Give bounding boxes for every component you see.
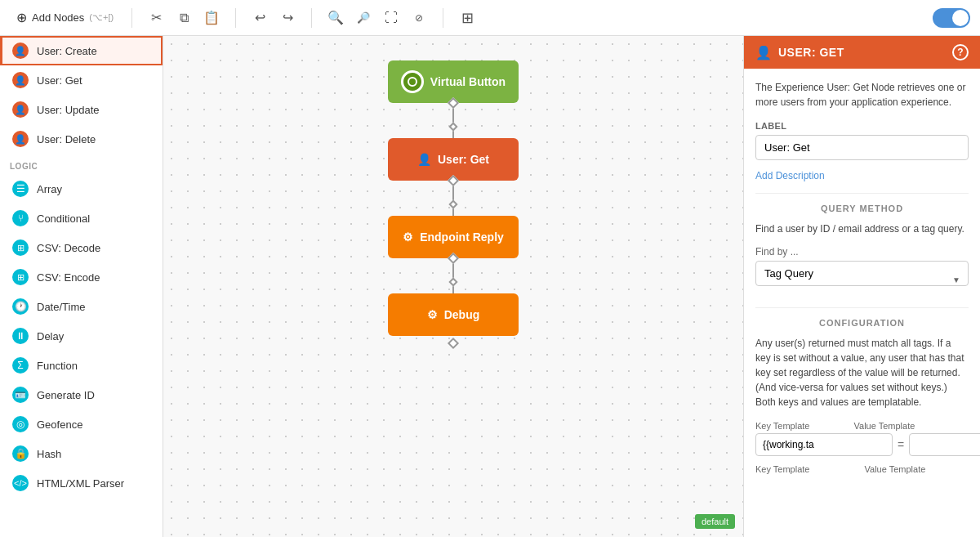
label-field-input[interactable] — [755, 135, 969, 160]
key-template-label-1: Key Template — [755, 421, 849, 431]
help-icon[interactable]: ? — [952, 44, 969, 60]
value-template-label-2: Value Template — [865, 464, 969, 474]
kv-labels-2: Key Template Value Template — [755, 464, 969, 474]
sidebar-item-label-csv-decode: CSV: Decode — [37, 242, 100, 254]
endpoint-reply-label: Endpoint Reply — [420, 230, 504, 244]
sidebar-item-csv-decode[interactable]: ⊞ CSV: Decode — [0, 233, 163, 262]
debug-node-label: Debug — [444, 308, 480, 321]
sidebar-item-hash[interactable]: 🔒 Hash — [0, 439, 163, 468]
line-2 — [452, 185, 454, 201]
sidebar-item-label-delay: Delay — [37, 330, 64, 342]
sidebar-item-label-user-update: User: Update — [37, 104, 100, 116]
logic-category-label: LOGIC — [0, 154, 163, 174]
user-delete-icon: 👤 — [12, 131, 29, 147]
flow-container: Virtual Button 👤 User: Get — [388, 60, 519, 347]
sidebar-item-label-conditional: Conditional — [37, 213, 90, 225]
debug-icon: ⚙ — [427, 308, 438, 321]
undo-button[interactable]: ↩ — [247, 6, 272, 30]
virtual-button-label: Virtual Button — [430, 75, 506, 88]
canvas[interactable]: Virtual Button 👤 User: Get — [163, 36, 743, 537]
function-icon: Σ — [12, 357, 29, 374]
sidebar-item-user-update[interactable]: 👤 User: Update — [0, 95, 163, 124]
paste-button[interactable]: 📋 — [199, 6, 224, 30]
connector-1 — [449, 103, 457, 138]
toolbar-divider-1 — [131, 8, 132, 28]
value-template-input-1[interactable] — [909, 433, 980, 456]
add-block-button[interactable]: ⊞ — [455, 6, 479, 30]
zoom-tools: 🔍 🔎 ⛶ ⊘ — [323, 6, 431, 30]
sidebar-item-csv-encode[interactable]: ⊞ CSV: Encode — [0, 262, 163, 292]
sidebar-item-array[interactable]: ☰ Array — [0, 174, 163, 204]
value-template-label-1: Value Template — [854, 421, 948, 431]
debug-node[interactable]: ⚙ Debug — [388, 293, 519, 336]
square-1 — [448, 122, 457, 131]
add-description-link[interactable]: Add Description — [755, 170, 969, 181]
connector-4 — [449, 336, 457, 347]
cut-button[interactable]: ✂ — [144, 6, 168, 30]
sidebar-item-function[interactable]: Σ Function — [0, 351, 163, 380]
key-template-label-2: Key Template — [755, 464, 860, 474]
canvas-badge: default — [695, 514, 735, 529]
sidebar: 👤 User: Create 👤 User: Get 👤 User: Updat… — [0, 36, 163, 537]
sidebar-item-html-xml-parser[interactable]: </> HTML/XML Parser — [0, 468, 163, 498]
sidebar-item-user-create[interactable]: 👤 User: Create — [0, 36, 163, 65]
kv-labels-1: Key Template Value Template — [755, 421, 969, 431]
sidebar-item-user-delete[interactable]: 👤 User: Delete — [0, 124, 163, 154]
toolbar-divider-4 — [443, 8, 443, 28]
fit-button[interactable]: ⛶ — [379, 6, 403, 30]
sidebar-item-label-user-get: User: Get — [37, 74, 82, 87]
redo-button[interactable]: ↪ — [275, 6, 300, 30]
csv-encode-icon: ⊞ — [12, 269, 29, 285]
sidebar-item-user-create-wrapper: 👤 User: Create — [0, 36, 163, 65]
user-create-icon: 👤 — [12, 43, 29, 59]
find-by-label: Find by ... — [755, 246, 969, 257]
toggle-switch[interactable] — [933, 8, 970, 28]
key-template-input-1[interactable] — [755, 433, 893, 456]
sidebar-item-delay[interactable]: ⏸ Delay — [0, 321, 163, 351]
sidebar-item-label-function: Function — [37, 360, 78, 372]
copy-button[interactable]: ⧉ — [172, 6, 196, 30]
sidebar-item-label-hash: Hash — [37, 448, 61, 460]
panel-description: The Experience User: Get Node retrieves … — [755, 80, 969, 110]
zoom-reset-button[interactable]: ⊘ — [407, 6, 431, 30]
sidebar-item-user-get[interactable]: 👤 User: Get — [0, 65, 163, 95]
sidebar-item-geofence[interactable]: ◎ Geofence — [0, 409, 163, 439]
line-3 — [452, 262, 454, 279]
toggle-knob — [952, 10, 969, 26]
zoom-in-button[interactable]: 🔍 — [323, 6, 348, 30]
query-method-description: Find a user by ID / email address or a t… — [755, 222, 969, 236]
connector-2 — [449, 181, 457, 216]
user-update-icon: 👤 — [12, 101, 29, 118]
user-get-icon: 👤 — [12, 72, 29, 88]
endpoint-reply-icon: ⚙ — [403, 230, 413, 244]
sidebar-item-label-array: Array — [37, 183, 62, 195]
conditional-icon: ⑂ — [12, 210, 29, 226]
zoom-out-button[interactable]: 🔎 — [351, 6, 376, 30]
connector-3 — [449, 258, 457, 293]
add-nodes-button[interactable]: ⊕ Add Nodes (⌥+[) — [10, 7, 120, 29]
kv-row-1: = − — [755, 433, 969, 456]
sidebar-item-datetime[interactable]: 🕐 Date/Time — [0, 292, 163, 321]
add-nodes-shortcut: (⌥+[) — [89, 12, 114, 23]
history-tools: ↩ ↪ — [247, 6, 300, 30]
sidebar-item-generate-id[interactable]: 🪪 Generate ID — [0, 380, 163, 409]
html-xml-parser-icon: </> — [12, 475, 29, 491]
find-by-select-wrapper: Tag Query ID Email — [755, 261, 969, 298]
hash-icon: 🔒 — [12, 445, 29, 462]
label-field-label: Label — [755, 121, 969, 131]
sidebar-item-label-user-delete: User: Delete — [37, 133, 96, 145]
configuration-title: CONFIGURATION — [755, 318, 969, 328]
virtual-circle — [408, 77, 417, 87]
sidebar-item-label-datetime: Date/Time — [37, 301, 85, 313]
generate-id-icon: 🪪 — [12, 387, 29, 403]
edit-tools: ✂ ⧉ 📋 — [144, 6, 224, 30]
sidebar-item-label-geofence: Geofence — [37, 418, 82, 431]
right-panel-body: The Experience User: Get Node retrieves … — [744, 69, 980, 537]
sidebar-item-conditional[interactable]: ⑂ Conditional — [0, 204, 163, 233]
geofence-icon: ◎ — [12, 416, 29, 432]
add-nodes-label: Add Nodes — [32, 11, 84, 24]
configuration-text: Any user(s) returned must match all tags… — [755, 336, 969, 409]
find-by-select[interactable]: Tag Query ID Email — [755, 261, 969, 286]
divider-1 — [755, 193, 969, 194]
datetime-icon: 🕐 — [12, 298, 29, 315]
